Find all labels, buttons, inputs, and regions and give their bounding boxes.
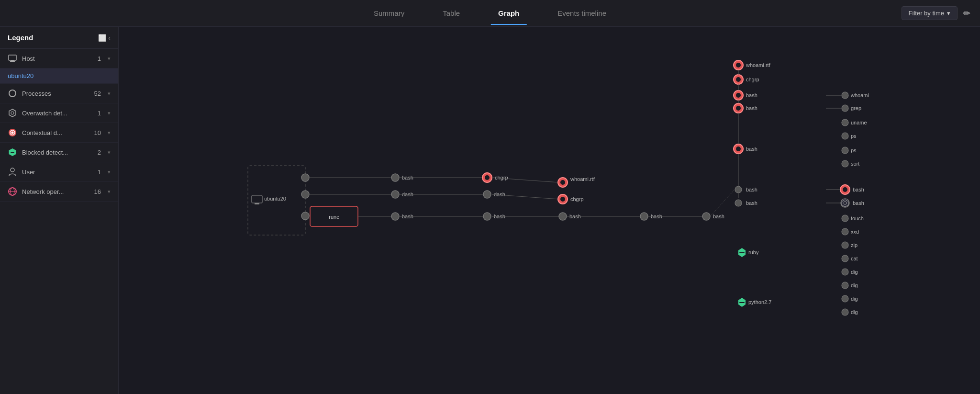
svg-point-85 [842, 160, 848, 167]
svg-point-87 [735, 186, 742, 193]
svg-text:ps: ps [851, 133, 857, 139]
svg-point-76 [842, 119, 848, 126]
svg-point-19 [301, 212, 309, 220]
blocked-chevron-icon: ▾ [108, 149, 111, 156]
contextual-chevron-icon: ▾ [108, 130, 111, 136]
monitor-icon [8, 54, 17, 63]
overwatch-chevron-icon: ▾ [108, 110, 111, 116]
svg-line-127 [710, 190, 735, 216]
filter-by-time-button[interactable]: Filter by time ▾ [902, 6, 958, 20]
svg-rect-1 [11, 60, 14, 61]
svg-rect-15 [255, 203, 259, 204]
sidebar-item-processes[interactable]: Processes 52 ▾ [0, 84, 118, 103]
user-icon [8, 167, 17, 177]
svg-text:bash: bash [746, 105, 757, 111]
sidebar-item-ubuntu20[interactable]: ubuntu20 [0, 68, 118, 84]
svg-point-48 [560, 197, 565, 202]
svg-rect-8 [11, 152, 14, 153]
svg-point-59 [736, 63, 741, 68]
user-chevron-icon: ▾ [108, 169, 111, 175]
graph-canvas[interactable]: ubuntu20 runc bash dash [119, 27, 980, 394]
svg-text:bash: bash [746, 200, 757, 206]
tab-bar: Summary Table Graph Events timeline [355, 1, 625, 25]
svg-rect-2 [10, 61, 15, 62]
svg-text:touch: touch [851, 215, 864, 221]
host-chevron-icon: ▾ [108, 56, 111, 62]
svg-text:python2.7: python2.7 [748, 299, 771, 305]
svg-rect-14 [252, 195, 262, 203]
sidebar-item-blocked[interactable]: Blocked detect... 2 ▾ [0, 143, 118, 162]
svg-text:cat: cat [851, 256, 858, 261]
svg-point-81 [736, 146, 741, 151]
sidebar-item-user[interactable]: User 1 ▾ [0, 162, 118, 182]
svg-point-56 [702, 213, 710, 220]
svg-point-78 [842, 133, 848, 139]
svg-text:dig: dig [851, 296, 858, 302]
overwatch-label: Overwatch det... [22, 110, 93, 117]
network-icon [8, 187, 17, 196]
svg-text:chgrp: chgrp [570, 196, 584, 202]
svg-text:whoami.rtf: whoami.rtf [746, 62, 771, 68]
svg-text:whoami.rtf: whoami.rtf [570, 176, 595, 182]
svg-text:grep: grep [851, 105, 861, 111]
sidebar-item-network[interactable]: Network oper... 16 ▾ [0, 182, 118, 202]
blocked-label: Blocked detect... [22, 149, 93, 156]
svg-point-37 [483, 191, 491, 198]
svg-text:dig: dig [851, 269, 858, 275]
svg-point-50 [559, 213, 567, 220]
sidebar-collapse-icon: ⬜ [98, 34, 106, 42]
tab-events[interactable]: Events timeline [538, 1, 625, 25]
svg-rect-0 [9, 55, 16, 60]
svg-text:chgrp: chgrp [495, 175, 508, 180]
svg-point-45 [560, 180, 565, 185]
processes-chevron-icon: ▾ [108, 90, 111, 97]
svg-point-6 [11, 132, 14, 134]
tab-graph[interactable]: Graph [479, 1, 538, 25]
svg-point-39 [483, 213, 491, 220]
svg-point-9 [11, 168, 14, 172]
host-count: 1 [98, 55, 101, 62]
svg-point-110 [842, 269, 848, 275]
network-label: Network oper... [22, 188, 89, 195]
processes-count: 52 [94, 90, 101, 97]
svg-text:uname: uname [851, 120, 867, 125]
svg-point-25 [391, 174, 399, 181]
sidebar-item-host[interactable]: Host 1 ▾ [0, 49, 118, 68]
svg-point-35 [485, 175, 490, 180]
blocked-count: 2 [98, 149, 101, 156]
sidebar-collapse-button[interactable]: ⬜ ‹ [98, 34, 111, 42]
svg-text:xxd: xxd [851, 229, 859, 235]
svg-point-27 [391, 191, 399, 198]
processes-label: Processes [22, 90, 89, 97]
svg-text:bash: bash [713, 214, 724, 219]
svg-text:bash: bash [853, 200, 864, 206]
svg-text:bash: bash [746, 146, 757, 152]
header: Summary Table Graph Events timeline Filt… [0, 0, 980, 27]
svg-point-53 [640, 213, 648, 220]
svg-rect-115 [739, 302, 745, 303]
sidebar-header: Legend ⬜ ‹ [0, 27, 118, 49]
svg-point-68 [842, 92, 848, 99]
network-count: 16 [94, 188, 101, 195]
sidebar-title: Legend [8, 34, 33, 42]
sidebar-item-contextual[interactable]: Contextual d... 10 ▾ [0, 123, 118, 143]
edit-button[interactable]: ✏ [963, 8, 970, 19]
svg-point-93 [735, 200, 742, 206]
svg-text:chgrp: chgrp [746, 77, 759, 82]
sidebar-collapse-arrow: ‹ [108, 34, 111, 42]
svg-text:bash: bash [746, 92, 757, 98]
svg-rect-106 [739, 252, 745, 253]
svg-text:sort: sort [851, 161, 859, 167]
sidebar-item-overwatch[interactable]: Overwatch det... 1 ▾ [0, 103, 118, 123]
tab-summary[interactable]: Summary [355, 1, 423, 25]
contextual-count: 10 [94, 129, 101, 136]
graph-svg: ubuntu20 runc bash dash [119, 27, 980, 394]
svg-point-3 [11, 112, 14, 114]
overwatch-count: 1 [98, 110, 101, 117]
sidebar: Legend ⬜ ‹ Host 1 ▾ ubuntu20 [0, 27, 119, 394]
tab-table[interactable]: Table [423, 1, 479, 25]
svg-point-96 [841, 199, 849, 207]
svg-point-119 [842, 309, 848, 315]
svg-point-99 [842, 215, 848, 222]
overwatch-icon [8, 108, 17, 118]
